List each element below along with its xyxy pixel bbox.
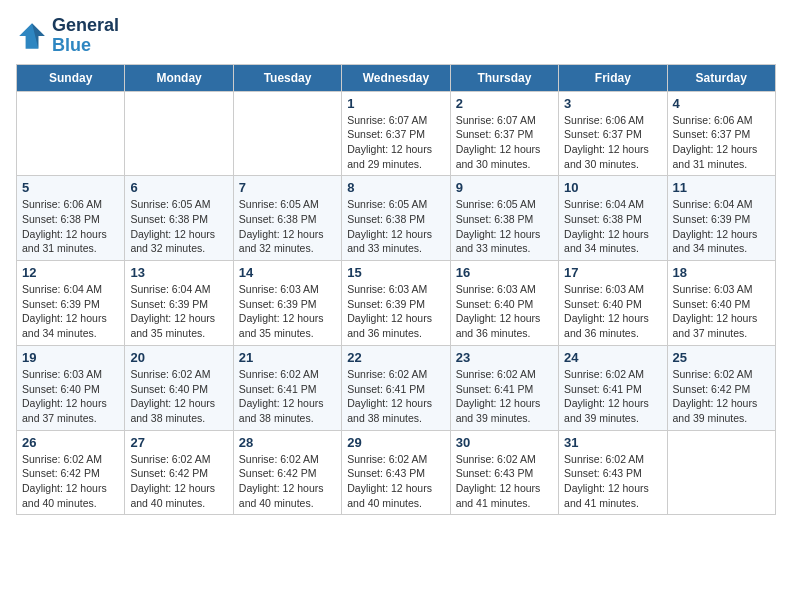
day-info: Sunrise: 6:06 AMSunset: 6:38 PMDaylight:… [22, 197, 119, 256]
day-info: Sunrise: 6:02 AMSunset: 6:42 PMDaylight:… [239, 452, 336, 511]
day-number: 3 [564, 96, 661, 111]
weekday-tuesday: Tuesday [233, 64, 341, 91]
day-info: Sunrise: 6:04 AMSunset: 6:39 PMDaylight:… [673, 197, 770, 256]
day-info: Sunrise: 6:03 AMSunset: 6:39 PMDaylight:… [239, 282, 336, 341]
calendar-cell: 4Sunrise: 6:06 AMSunset: 6:37 PMDaylight… [667, 91, 775, 176]
page-header: GeneralBlue [16, 16, 776, 56]
day-number: 26 [22, 435, 119, 450]
calendar-cell [233, 91, 341, 176]
day-info: Sunrise: 6:03 AMSunset: 6:40 PMDaylight:… [673, 282, 770, 341]
calendar-cell: 16Sunrise: 6:03 AMSunset: 6:40 PMDayligh… [450, 261, 558, 346]
day-info: Sunrise: 6:03 AMSunset: 6:39 PMDaylight:… [347, 282, 444, 341]
logo: GeneralBlue [16, 16, 119, 56]
day-info: Sunrise: 6:03 AMSunset: 6:40 PMDaylight:… [564, 282, 661, 341]
day-info: Sunrise: 6:04 AMSunset: 6:39 PMDaylight:… [22, 282, 119, 341]
calendar-cell: 2Sunrise: 6:07 AMSunset: 6:37 PMDaylight… [450, 91, 558, 176]
calendar-cell: 21Sunrise: 6:02 AMSunset: 6:41 PMDayligh… [233, 345, 341, 430]
calendar-cell: 30Sunrise: 6:02 AMSunset: 6:43 PMDayligh… [450, 430, 558, 515]
day-info: Sunrise: 6:05 AMSunset: 6:38 PMDaylight:… [239, 197, 336, 256]
day-number: 15 [347, 265, 444, 280]
day-info: Sunrise: 6:03 AMSunset: 6:40 PMDaylight:… [22, 367, 119, 426]
calendar-table: SundayMondayTuesdayWednesdayThursdayFrid… [16, 64, 776, 516]
calendar-cell: 28Sunrise: 6:02 AMSunset: 6:42 PMDayligh… [233, 430, 341, 515]
day-number: 10 [564, 180, 661, 195]
calendar-cell: 20Sunrise: 6:02 AMSunset: 6:40 PMDayligh… [125, 345, 233, 430]
day-number: 20 [130, 350, 227, 365]
day-number: 12 [22, 265, 119, 280]
calendar-cell: 10Sunrise: 6:04 AMSunset: 6:38 PMDayligh… [559, 176, 667, 261]
day-info: Sunrise: 6:02 AMSunset: 6:43 PMDaylight:… [347, 452, 444, 511]
day-info: Sunrise: 6:07 AMSunset: 6:37 PMDaylight:… [347, 113, 444, 172]
day-info: Sunrise: 6:02 AMSunset: 6:41 PMDaylight:… [456, 367, 553, 426]
calendar-cell: 25Sunrise: 6:02 AMSunset: 6:42 PMDayligh… [667, 345, 775, 430]
calendar-cell: 27Sunrise: 6:02 AMSunset: 6:42 PMDayligh… [125, 430, 233, 515]
calendar-cell: 15Sunrise: 6:03 AMSunset: 6:39 PMDayligh… [342, 261, 450, 346]
calendar-cell: 19Sunrise: 6:03 AMSunset: 6:40 PMDayligh… [17, 345, 125, 430]
calendar-cell: 22Sunrise: 6:02 AMSunset: 6:41 PMDayligh… [342, 345, 450, 430]
calendar-cell: 3Sunrise: 6:06 AMSunset: 6:37 PMDaylight… [559, 91, 667, 176]
day-number: 17 [564, 265, 661, 280]
day-number: 9 [456, 180, 553, 195]
calendar-cell: 24Sunrise: 6:02 AMSunset: 6:41 PMDayligh… [559, 345, 667, 430]
day-number: 22 [347, 350, 444, 365]
calendar-cell: 26Sunrise: 6:02 AMSunset: 6:42 PMDayligh… [17, 430, 125, 515]
day-number: 4 [673, 96, 770, 111]
day-number: 29 [347, 435, 444, 450]
day-info: Sunrise: 6:02 AMSunset: 6:41 PMDaylight:… [347, 367, 444, 426]
calendar-cell: 6Sunrise: 6:05 AMSunset: 6:38 PMDaylight… [125, 176, 233, 261]
day-number: 2 [456, 96, 553, 111]
calendar-cell: 7Sunrise: 6:05 AMSunset: 6:38 PMDaylight… [233, 176, 341, 261]
weekday-wednesday: Wednesday [342, 64, 450, 91]
calendar-cell: 13Sunrise: 6:04 AMSunset: 6:39 PMDayligh… [125, 261, 233, 346]
day-number: 14 [239, 265, 336, 280]
day-number: 30 [456, 435, 553, 450]
logo-text: GeneralBlue [52, 16, 119, 56]
calendar-cell: 17Sunrise: 6:03 AMSunset: 6:40 PMDayligh… [559, 261, 667, 346]
day-number: 6 [130, 180, 227, 195]
day-number: 23 [456, 350, 553, 365]
day-info: Sunrise: 6:04 AMSunset: 6:39 PMDaylight:… [130, 282, 227, 341]
day-info: Sunrise: 6:02 AMSunset: 6:41 PMDaylight:… [564, 367, 661, 426]
calendar-cell: 14Sunrise: 6:03 AMSunset: 6:39 PMDayligh… [233, 261, 341, 346]
logo-icon [16, 20, 48, 52]
day-info: Sunrise: 6:02 AMSunset: 6:41 PMDaylight:… [239, 367, 336, 426]
day-number: 7 [239, 180, 336, 195]
calendar-cell [667, 430, 775, 515]
day-info: Sunrise: 6:03 AMSunset: 6:40 PMDaylight:… [456, 282, 553, 341]
day-number: 27 [130, 435, 227, 450]
day-number: 8 [347, 180, 444, 195]
calendar-cell: 5Sunrise: 6:06 AMSunset: 6:38 PMDaylight… [17, 176, 125, 261]
calendar-cell: 11Sunrise: 6:04 AMSunset: 6:39 PMDayligh… [667, 176, 775, 261]
weekday-friday: Friday [559, 64, 667, 91]
day-info: Sunrise: 6:04 AMSunset: 6:38 PMDaylight:… [564, 197, 661, 256]
day-number: 31 [564, 435, 661, 450]
day-info: Sunrise: 6:02 AMSunset: 6:43 PMDaylight:… [456, 452, 553, 511]
day-info: Sunrise: 6:05 AMSunset: 6:38 PMDaylight:… [130, 197, 227, 256]
calendar-cell [17, 91, 125, 176]
weekday-saturday: Saturday [667, 64, 775, 91]
calendar-cell: 9Sunrise: 6:05 AMSunset: 6:38 PMDaylight… [450, 176, 558, 261]
day-info: Sunrise: 6:05 AMSunset: 6:38 PMDaylight:… [456, 197, 553, 256]
calendar-cell: 23Sunrise: 6:02 AMSunset: 6:41 PMDayligh… [450, 345, 558, 430]
day-number: 21 [239, 350, 336, 365]
calendar-cell: 8Sunrise: 6:05 AMSunset: 6:38 PMDaylight… [342, 176, 450, 261]
calendar-cell: 1Sunrise: 6:07 AMSunset: 6:37 PMDaylight… [342, 91, 450, 176]
day-number: 5 [22, 180, 119, 195]
weekday-sunday: Sunday [17, 64, 125, 91]
weekday-thursday: Thursday [450, 64, 558, 91]
calendar-cell: 31Sunrise: 6:02 AMSunset: 6:43 PMDayligh… [559, 430, 667, 515]
calendar-cell: 29Sunrise: 6:02 AMSunset: 6:43 PMDayligh… [342, 430, 450, 515]
day-number: 28 [239, 435, 336, 450]
day-number: 11 [673, 180, 770, 195]
day-number: 19 [22, 350, 119, 365]
weekday-monday: Monday [125, 64, 233, 91]
day-info: Sunrise: 6:02 AMSunset: 6:42 PMDaylight:… [22, 452, 119, 511]
calendar-cell: 12Sunrise: 6:04 AMSunset: 6:39 PMDayligh… [17, 261, 125, 346]
day-number: 24 [564, 350, 661, 365]
day-number: 25 [673, 350, 770, 365]
day-info: Sunrise: 6:02 AMSunset: 6:40 PMDaylight:… [130, 367, 227, 426]
day-info: Sunrise: 6:05 AMSunset: 6:38 PMDaylight:… [347, 197, 444, 256]
day-number: 16 [456, 265, 553, 280]
calendar-cell: 18Sunrise: 6:03 AMSunset: 6:40 PMDayligh… [667, 261, 775, 346]
day-number: 13 [130, 265, 227, 280]
